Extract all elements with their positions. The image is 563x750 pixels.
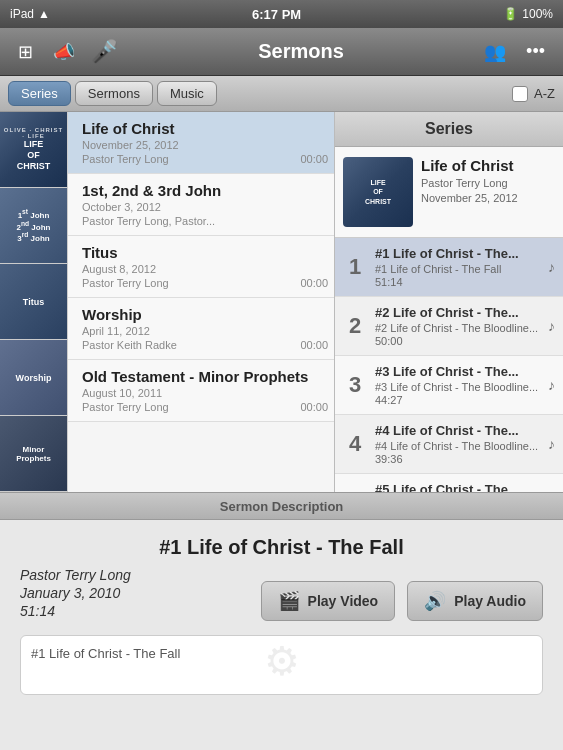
- series-date: August 10, 2011: [82, 387, 162, 399]
- sermon-number: 1: [343, 254, 367, 280]
- series-detail-header: LIFEOFCHRIST Life of Christ Pastor Terry…: [335, 147, 563, 238]
- series-pastor: Pastor Terry Long: [82, 153, 169, 165]
- series-duration: 00:00: [300, 401, 328, 413]
- series-meta: April 11, 2012: [82, 325, 328, 337]
- az-checkbox[interactable]: [512, 86, 528, 102]
- music-icon: ♪: [548, 377, 555, 393]
- sermon-title: #3 Life of Christ - The...: [375, 364, 548, 379]
- sermon-list-item[interactable]: 1 #1 Life of Christ - The... #1 Life of …: [335, 238, 563, 297]
- sermon-subtitle: #2 Life of Christ - The Bloodline...: [375, 322, 548, 334]
- series-duration: 00:00: [300, 339, 328, 351]
- app-title: Sermons: [126, 40, 476, 63]
- series-detail-date: November 25, 2012: [421, 192, 518, 204]
- series-title: Old Testament - Minor Prophets: [82, 368, 328, 385]
- series-meta-pastor: Pastor Terry Long, Pastor...: [82, 215, 328, 227]
- sermon-list-item[interactable]: 4 #4 Life of Christ - The... #4 Life of …: [335, 415, 563, 474]
- sermon-time: 50:00: [375, 335, 548, 347]
- desc-title: #1 Life of Christ - The Fall: [20, 536, 543, 559]
- series-meta: November 25, 2012: [82, 139, 328, 151]
- series-date: November 25, 2012: [82, 139, 179, 151]
- series-detail-thumb: LIFEOFCHRIST: [343, 157, 413, 227]
- series-meta: August 8, 2012: [82, 263, 328, 275]
- right-panel-header: Series: [335, 112, 563, 147]
- sermon-list-item[interactable]: 2 #2 Life of Christ - The... #2 Life of …: [335, 297, 563, 356]
- series-title: Worship: [82, 306, 328, 323]
- series-date: August 8, 2012: [82, 263, 156, 275]
- video-icon: 🎬: [278, 590, 300, 612]
- thumb-titus: Titus: [0, 264, 67, 340]
- play-audio-button[interactable]: 🔊 Play Audio: [407, 581, 543, 621]
- sermon-number: 3: [343, 372, 367, 398]
- sermon-title: #5 Life of Christ - The...: [375, 482, 548, 492]
- battery-icon: 🔋: [503, 7, 518, 21]
- grid-icon[interactable]: ⊞: [10, 37, 41, 67]
- music-icon: ♪: [548, 259, 555, 275]
- desc-buttons: 🎬 Play Video 🔊 Play Audio: [261, 581, 543, 621]
- sermon-list-item[interactable]: 3 #3 Life of Christ - The... #3 Life of …: [335, 356, 563, 415]
- section-divider: Sermon Description: [0, 492, 563, 520]
- description-panel: #1 Life of Christ - The Fall Pastor Terr…: [0, 520, 563, 750]
- series-duration: 00:00: [300, 153, 328, 165]
- audio-icon: 🔊: [424, 590, 446, 612]
- left-panel: OLIVE · CHRIST · LIFE LIFEOFCHRIST 1st J…: [0, 112, 335, 492]
- series-info: Titus August 8, 2012 Pastor Terry Long 0…: [74, 244, 328, 289]
- thumb-worship: Worship: [0, 340, 67, 416]
- description-text: #1 Life of Christ - The Fall: [31, 646, 180, 661]
- play-video-button[interactable]: 🎬 Play Video: [261, 581, 396, 621]
- sermon-list-left: Life of Christ November 25, 2012 Pastor …: [68, 112, 334, 492]
- right-panel: Series LIFEOFCHRIST Life of Christ Pasto…: [335, 112, 563, 492]
- sermon-title: #4 Life of Christ - The...: [375, 423, 548, 438]
- microphone-icon[interactable]: 🎤: [83, 35, 126, 69]
- sidebar-labels: OLIVE · CHRIST · LIFE LIFEOFCHRIST 1st J…: [0, 112, 68, 492]
- megaphone-icon[interactable]: 📣: [45, 37, 83, 67]
- series-meta: August 10, 2011: [82, 387, 328, 399]
- more-icon[interactable]: •••: [518, 37, 553, 66]
- series-meta-pastor: Pastor Terry Long 00:00: [82, 153, 328, 165]
- series-title: Life of Christ: [82, 120, 328, 137]
- sermon-info: #2 Life of Christ - The... #2 Life of Ch…: [367, 305, 548, 347]
- tab-music[interactable]: Music: [157, 81, 217, 106]
- sermon-number: 4: [343, 431, 367, 457]
- series-date: April 11, 2012: [82, 325, 150, 337]
- series-item[interactable]: Titus August 8, 2012 Pastor Terry Long 0…: [68, 236, 334, 298]
- battery-label: 100%: [522, 7, 553, 21]
- sermon-list-item[interactable]: 5 #5 Life of Christ - The... #5 Life of …: [335, 474, 563, 492]
- series-info: Old Testament - Minor Prophets August 10…: [74, 368, 328, 413]
- series-info: Worship April 11, 2012 Pastor Keith Radk…: [74, 306, 328, 351]
- series-item[interactable]: Old Testament - Minor Prophets August 10…: [68, 360, 334, 422]
- play-audio-label: Play Audio: [454, 593, 526, 609]
- desc-date: January 3, 2010: [20, 585, 131, 601]
- sermon-time: 39:36: [375, 453, 548, 465]
- series-pastor: Pastor Keith Radke: [82, 339, 177, 351]
- tab-series[interactable]: Series: [8, 81, 71, 106]
- series-item[interactable]: 1st, 2nd & 3rd John October 3, 2012 Past…: [68, 174, 334, 236]
- series-item[interactable]: Life of Christ November 25, 2012 Pastor …: [68, 112, 334, 174]
- sermon-info: #3 Life of Christ - The... #3 Life of Ch…: [367, 364, 548, 406]
- series-title: Titus: [82, 244, 328, 261]
- series-detail-pastor: Pastor Terry Long: [421, 177, 518, 189]
- sermon-time: 51:14: [375, 276, 548, 288]
- status-bar: iPad ▲ 6:17 PM 🔋 100%: [0, 0, 563, 28]
- sermon-info: #5 Life of Christ - The... #5 Life of Ch…: [367, 482, 548, 492]
- tab-sermons[interactable]: Sermons: [75, 81, 153, 106]
- toolbar: ⊞ 📣 🎤 Sermons 👥 •••: [0, 28, 563, 76]
- series-meta: October 3, 2012: [82, 201, 328, 213]
- series-meta-pastor: Pastor Keith Radke 00:00: [82, 339, 328, 351]
- people-icon[interactable]: 👥: [476, 37, 514, 67]
- sermon-number: 5: [343, 490, 367, 492]
- music-icon: ♪: [548, 318, 555, 334]
- thumb-john: 1st John 2nd John 3rd John: [0, 188, 67, 264]
- sermon-title: #1 Life of Christ - The...: [375, 246, 548, 261]
- music-icon: ♪: [548, 436, 555, 452]
- sermon-title: #2 Life of Christ - The...: [375, 305, 548, 320]
- sermon-subtitle: #1 Life of Christ - The Fall: [375, 263, 548, 275]
- time-label: 6:17 PM: [252, 7, 301, 22]
- status-right: 🔋 100%: [503, 7, 553, 21]
- left-inner: OLIVE · CHRIST · LIFE LIFEOFCHRIST 1st J…: [0, 112, 334, 492]
- sermon-info: #1 Life of Christ - The... #1 Life of Ch…: [367, 246, 548, 288]
- series-pastor: Pastor Terry Long, Pastor...: [82, 215, 215, 227]
- status-left: iPad ▲: [10, 7, 50, 21]
- az-toggle[interactable]: A-Z: [512, 86, 555, 102]
- series-item[interactable]: Worship April 11, 2012 Pastor Keith Radk…: [68, 298, 334, 360]
- series-duration: 00:00: [300, 277, 328, 289]
